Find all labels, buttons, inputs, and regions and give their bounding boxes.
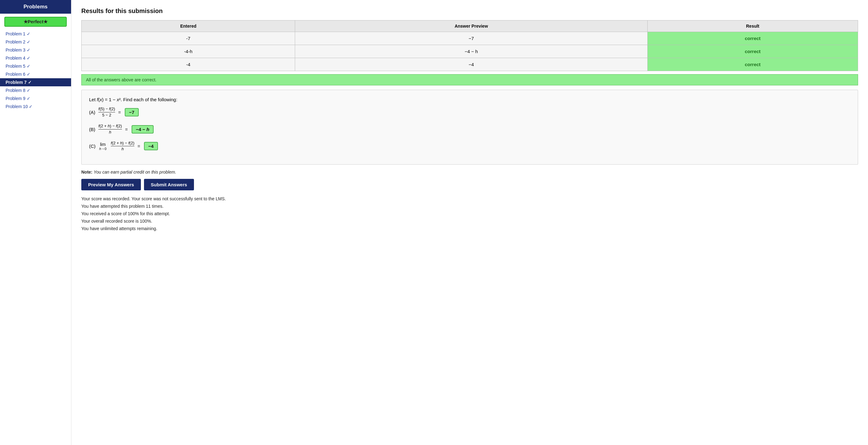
score-line: You have attempted this problem 11 times…	[81, 203, 858, 210]
problem-list: Problem 1 ✓Problem 2 ✓Problem 3 ✓Problem…	[0, 30, 71, 111]
result-row-3: -4−4correct	[82, 58, 858, 71]
preview-2: −4 − h	[295, 45, 647, 58]
page-title: Results for this submission	[81, 7, 858, 14]
part-c-fraction: f(2 + h) − f(2) h	[111, 141, 134, 152]
all-correct-banner: All of the answers above are correct.	[81, 74, 858, 85]
part-b-answer: −4 − h	[131, 125, 154, 134]
sidebar-problem-8[interactable]: Problem 8 ✓	[0, 86, 71, 94]
sidebar-problem-3[interactable]: Problem 3 ✓	[0, 46, 71, 54]
sidebar: Problems ★Perfect★ Problem 1 ✓Problem 2 …	[0, 0, 71, 445]
problem-box: Let f(x) = 1 − x². Find each of the foll…	[81, 90, 858, 165]
entered-3: -4	[82, 58, 295, 71]
result-2: correct	[647, 45, 858, 58]
problem-description: Let f(x) = 1 − x². Find each of the foll…	[89, 97, 850, 102]
submit-button[interactable]: Submit Answers	[144, 179, 194, 190]
part-b-label: (B)	[89, 127, 95, 132]
part-c-label: (C)	[89, 144, 96, 149]
result-3: correct	[647, 58, 858, 71]
col-preview: Answer Preview	[295, 21, 647, 32]
sidebar-problem-9[interactable]: Problem 9 ✓	[0, 94, 71, 102]
result-row-2: -4-h−4 − hcorrect	[82, 45, 858, 58]
part-b-equals: =	[125, 127, 128, 132]
preview-1: −7	[295, 32, 647, 45]
problem-part-c: (C) lim h→0 f(2 + h) − f(2) h = −4	[89, 141, 850, 152]
preview-button[interactable]: Preview My Answers	[81, 179, 141, 190]
sidebar-problem-1[interactable]: Problem 1 ✓	[0, 30, 71, 38]
note-content: You can earn partial credit on this prob…	[94, 170, 176, 175]
score-line: Your score was recorded. Your score was …	[81, 195, 858, 203]
col-entered: Entered	[82, 21, 295, 32]
score-line: Your overall recorded score is 100%.	[81, 218, 858, 225]
part-c-answer: −4	[144, 142, 158, 150]
sidebar-problem-4[interactable]: Problem 4 ✓	[0, 54, 71, 62]
result-1: correct	[647, 32, 858, 45]
part-c-limit: lim h→0	[99, 142, 106, 151]
perfect-label: ★Perfect★	[24, 19, 48, 24]
part-a-answer: −7	[125, 108, 139, 116]
results-table: Entered Answer Preview Result -7−7correc…	[81, 20, 858, 71]
part-b-fraction: f(2 + h) − f(2) h	[98, 124, 122, 135]
part-c-equals: =	[137, 144, 140, 149]
sidebar-header: Problems	[0, 0, 71, 14]
entered-1: -7	[82, 32, 295, 45]
note-label: Note:	[81, 170, 92, 175]
part-a-label: (A)	[89, 110, 95, 115]
button-row: Preview My Answers Submit Answers	[81, 179, 858, 190]
sidebar-problem-10[interactable]: Problem 10 ✓	[0, 102, 71, 111]
score-line: You received a score of 100% for this at…	[81, 210, 858, 218]
perfect-badge: ★Perfect★	[4, 17, 67, 27]
all-correct-text: All of the answers above are correct.	[86, 77, 156, 82]
preview-3: −4	[295, 58, 647, 71]
sidebar-title: Problems	[24, 4, 48, 10]
note-text: Note: You can earn partial credit on thi…	[81, 170, 858, 175]
sidebar-problem-6[interactable]: Problem 6 ✓	[0, 70, 71, 78]
results-tbody: -7−7correct-4-h−4 − hcorrect-4−4correct	[82, 32, 858, 71]
problem-part-b: (B) f(2 + h) − f(2) h = −4 − h	[89, 124, 850, 135]
result-row-1: -7−7correct	[82, 32, 858, 45]
entered-2: -4-h	[82, 45, 295, 58]
part-a-fraction: f(5) − f(2) 5 − 2	[98, 107, 115, 118]
part-a-equals: =	[118, 110, 121, 115]
main-content: Results for this submission Entered Answ…	[71, 0, 868, 445]
col-result: Result	[647, 21, 858, 32]
sidebar-problem-2[interactable]: Problem 2 ✓	[0, 38, 71, 46]
problem-part-a: (A) f(5) − f(2) 5 − 2 = −7	[89, 107, 850, 118]
score-line: You have unlimited attempts remaining.	[81, 225, 858, 233]
sidebar-problem-7[interactable]: Problem 7 ✓	[0, 78, 71, 86]
score-info: Your score was recorded. Your score was …	[81, 195, 858, 232]
sidebar-problem-5[interactable]: Problem 5 ✓	[0, 62, 71, 70]
